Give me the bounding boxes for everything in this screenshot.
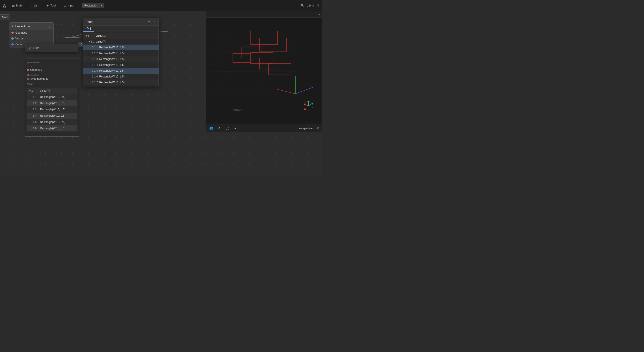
tree-val: Rectangle(W:10, L:5) bbox=[40, 102, 65, 105]
math-label: Math bbox=[2, 16, 8, 19]
svg-point-17 bbox=[304, 104, 305, 105]
node-title: Linear Array bbox=[15, 25, 31, 28]
panel-tree-key: 1.1.1 bbox=[86, 46, 98, 49]
hide-context-menu: ◎ Hide bbox=[24, 44, 78, 52]
zoom-level: 114% bbox=[307, 4, 314, 7]
vp-reset-btn[interactable]: ↺ bbox=[216, 125, 222, 131]
vp-wire-btn[interactable]: ○ bbox=[240, 125, 246, 131]
canvas-area[interactable]: Math ✦ Linear Array ⋮ Geometry Vector bbox=[0, 11, 322, 176]
tree-key: 1.2 bbox=[29, 102, 38, 105]
viewport-header: ≡ bbox=[206, 11, 322, 18]
description-section: Description Arrayed geometry bbox=[27, 74, 77, 80]
toolbar-list[interactable]: ≡ List bbox=[29, 3, 40, 8]
value-tree-row[interactable]: 1.3 Rectangle(W:10, L:5) bbox=[27, 106, 77, 113]
value-tree-row[interactable]: ▾ 1 value(7) bbox=[27, 88, 77, 94]
settings-icon[interactable]: ⚙ bbox=[317, 4, 319, 7]
panel-tree-val: value(1) bbox=[96, 34, 106, 37]
vp-fullscreen-btn[interactable]: ⛶ bbox=[224, 125, 230, 131]
tree-key: 1.1 bbox=[29, 95, 38, 99]
vp-settings-btn[interactable]: ⚙ bbox=[317, 126, 320, 130]
input-select-group: Rectangles bbox=[82, 3, 104, 8]
toolbar: △ ⊞ Math ≡ List ✦ Tool ⊡ Input Rectangle… bbox=[0, 0, 322, 11]
toolbar-tool-label: Tool bbox=[50, 4, 56, 7]
math-node[interactable]: Math bbox=[0, 14, 10, 20]
panel-more-icon[interactable]: ⋮ bbox=[153, 20, 156, 24]
tool-icon: ✦ bbox=[46, 4, 49, 8]
count-port-label: Count bbox=[16, 43, 22, 46]
main-area: Math ✦ Linear Array ⋮ Geometry Vector bbox=[0, 11, 322, 176]
type-section-title: Type bbox=[27, 65, 77, 67]
panel-tree-row[interactable]: 1.1.3 Rectangle(W:10, L:5) bbox=[83, 56, 158, 62]
panel-tree-row[interactable]: 1.1.2 Rectangle(W:10, L:5) bbox=[83, 50, 158, 56]
svg-line-8 bbox=[296, 87, 313, 94]
panel-title: Panel bbox=[86, 20, 93, 24]
toolbar-math-label: Math bbox=[16, 4, 22, 7]
node-icon: ✦ bbox=[12, 25, 14, 28]
panel-tab-row: Obj bbox=[83, 26, 158, 32]
vp-orbit-btn[interactable]: 🌐 bbox=[208, 125, 214, 131]
panel-tree-row[interactable]: 1.1.4 Rectangle(W:10, L:5) bbox=[83, 62, 158, 68]
panel-tree-key: 1.1.6 bbox=[86, 75, 98, 78]
tree-val: Rectangle(W:10, L:5) bbox=[40, 95, 65, 99]
panel-tree-row[interactable]: 1.1.1 Rectangle(W:10, L:5) bbox=[83, 45, 158, 50]
desc-value: Arrayed geometry bbox=[27, 77, 77, 80]
svg-point-18 bbox=[304, 108, 306, 110]
panel-tree: ▾ 1 value(1) ▾ 1.1 value(7) 1.1.1 Rectan… bbox=[83, 32, 158, 86]
axis-gizmo-svg bbox=[303, 100, 314, 111]
panel-tree-row[interactable]: 1.1.6 Rectangle(W:10, L:5) bbox=[83, 74, 158, 80]
node-header-left: ✦ Linear Array bbox=[12, 25, 31, 28]
type-section: Type Geometry bbox=[27, 65, 77, 71]
port-geometry[interactable]: Geometry bbox=[9, 30, 54, 36]
vp-shade-btn[interactable]: ● bbox=[232, 125, 238, 131]
axis-gizmo bbox=[303, 100, 314, 112]
value-tree-row[interactable]: 1.5 Rectangle(W:10, L:5) bbox=[27, 119, 77, 125]
geometry-canvas-label: Geometry bbox=[232, 109, 242, 111]
panel-tree-key: 1.1.3 bbox=[86, 58, 98, 61]
panel-tree-row[interactable]: 1.1.5 Rectangle(W:10, L:5) bbox=[83, 68, 158, 74]
tree-key: 1.3 bbox=[29, 108, 38, 111]
tree-val: Rectangle(W:10, L:5) bbox=[40, 127, 65, 130]
panel-tree-row[interactable]: 1.1.7 Rectangle(W:10, L:5) bbox=[83, 80, 158, 85]
panel-tree-key: ▾ 1 bbox=[86, 34, 94, 37]
hide-menu-item[interactable]: ◎ Hide bbox=[25, 44, 78, 52]
tree-key: 1.6 bbox=[29, 127, 38, 130]
panel-header-actions: ✏ ⋮ bbox=[148, 20, 156, 24]
toolbar-math[interactable]: ⊞ Math bbox=[10, 3, 24, 8]
geometries-data-panel: geometries Type Geometry Description Arr… bbox=[24, 58, 80, 137]
app-logo: △ bbox=[3, 3, 6, 8]
perspective-select[interactable]: Perspective ▾ bbox=[298, 127, 314, 130]
tree-key: 1.4 bbox=[29, 114, 38, 117]
value-section-title: Value bbox=[27, 83, 77, 85]
search-icon[interactable]: 🔍 bbox=[301, 4, 304, 7]
hide-icon: ◎ bbox=[28, 46, 31, 50]
value-tree-row[interactable]: 1.2 Rectangle(W:10, L:5) bbox=[27, 100, 77, 106]
tree-key: 1.5 bbox=[29, 120, 38, 124]
input-select[interactable]: Rectangles bbox=[82, 3, 104, 8]
panel-header: Panel ✏ ⋮ bbox=[83, 18, 158, 26]
panel-tree-row[interactable]: ▾ 1.1 value(7) bbox=[83, 39, 158, 45]
perspective-label: Perspective bbox=[298, 127, 312, 130]
port-vector[interactable]: Vector bbox=[9, 36, 54, 41]
panel-tree-row[interactable]: ▾ 1 value(1) bbox=[83, 33, 158, 39]
viewport-menu-icon[interactable]: ≡ bbox=[318, 13, 320, 16]
node-header[interactable]: ✦ Linear Array ⋮ bbox=[9, 23, 54, 30]
panel-tree-val: Rectangle(W:10, L:5) bbox=[99, 63, 124, 67]
svg-point-16 bbox=[308, 101, 309, 102]
panel-container: Panel ✏ ⋮ Obj ▾ 1 value(1) ▾ 1.1 value(7… bbox=[83, 18, 159, 86]
geometry-port-label: Geometry bbox=[16, 31, 27, 34]
panel-tree-val: Rectangle(W:10, L:5) bbox=[99, 69, 124, 72]
node-menu-button[interactable]: ⋮ bbox=[48, 24, 51, 28]
value-tree-row[interactable]: 1.6 Rectangle(W:10, L:5) bbox=[27, 125, 77, 131]
toolbar-tool[interactable]: ✦ Tool bbox=[44, 3, 58, 8]
toolbar-input[interactable]: ⊡ Input bbox=[62, 3, 76, 8]
panel-tab-obj[interactable]: Obj bbox=[83, 26, 94, 32]
hide-label: Hide bbox=[33, 46, 39, 50]
toolbar-list-label: List bbox=[34, 4, 38, 7]
perspective-arrow: ▾ bbox=[314, 127, 314, 129]
viewport-canvas[interactable]: Geometry bbox=[206, 18, 322, 122]
value-tree-row[interactable]: 1.4 Rectangle(W:10, L:5) bbox=[27, 113, 77, 119]
list-icon: ≡ bbox=[31, 4, 32, 8]
panel-edit-icon[interactable]: ✏ bbox=[148, 20, 150, 24]
value-tree-row[interactable]: 1.1 Rectangle(W:10, L:5) bbox=[27, 94, 77, 100]
vector-port-dot bbox=[12, 37, 14, 40]
